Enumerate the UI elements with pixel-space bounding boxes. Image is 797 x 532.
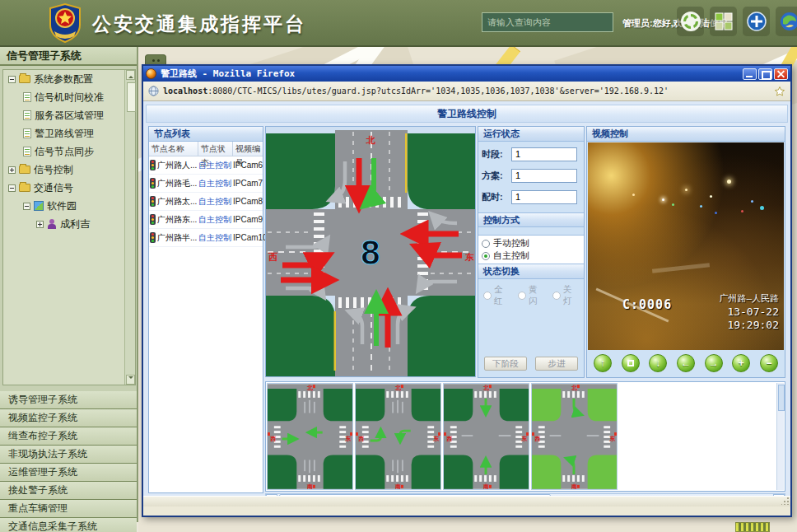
sidebar-item-traffic-info-collect[interactable]: 交通信息采集子系统 bbox=[0, 518, 137, 532]
table-row[interactable]: 广州路太... 自主控制 IPCam8 bbox=[149, 193, 263, 211]
collapse-icon[interactable] bbox=[8, 76, 16, 83]
expand-icon[interactable] bbox=[36, 221, 44, 228]
radio-icon[interactable] bbox=[483, 292, 492, 300]
tree-item-node-sync[interactable]: 信号节点同步 bbox=[3, 142, 135, 161]
pan-down-button[interactable]: ↓ bbox=[649, 354, 667, 372]
camera-id-overlay: C:0006 bbox=[622, 297, 672, 312]
map-tiles-icon[interactable] bbox=[710, 7, 737, 36]
radio-icon[interactable] bbox=[482, 240, 490, 248]
node-status-link[interactable]: 自主控制 bbox=[198, 214, 233, 226]
node-status-link[interactable]: 自主控制 bbox=[198, 160, 233, 171]
sidebar-item-ops-management[interactable]: 运维管理子系统 bbox=[0, 464, 137, 482]
sidebar-item-offsite-enforcement[interactable]: 非现场执法子系统 bbox=[0, 446, 137, 464]
maximize-button[interactable] bbox=[758, 68, 772, 80]
url-host: localhost bbox=[163, 86, 207, 96]
scroll-thumb[interactable] bbox=[127, 82, 136, 112]
tree-item-chengliji[interactable]: 成利吉 bbox=[3, 215, 135, 233]
pan-right-button[interactable]: → bbox=[705, 354, 723, 372]
resize-grip-icon[interactable] bbox=[781, 497, 789, 505]
next-stage-button[interactable]: 下阶段 bbox=[484, 357, 527, 371]
traffic-light-icon bbox=[150, 196, 156, 207]
crosswalk-marking bbox=[652, 263, 710, 273]
sidebar-item-guidance[interactable]: 诱导管理子系统 bbox=[0, 391, 137, 409]
collapse-icon[interactable] bbox=[23, 203, 30, 210]
zoom-in-button[interactable]: + bbox=[732, 354, 750, 372]
document-icon bbox=[23, 147, 31, 156]
app-title: 公安交通集成指挥平台 bbox=[92, 12, 306, 37]
sidebar-item-checkpoint[interactable]: 缉查布控子系统 bbox=[0, 427, 137, 446]
zoom-out-button[interactable]: − bbox=[760, 354, 778, 372]
phase-strip-vertical-scrollbar[interactable] bbox=[776, 383, 784, 490]
firefox-icon bbox=[146, 68, 156, 79]
node-list-panel: 节点列表 节点名称 节点状态 视频编号 广州路人... 自主控制 IPCam6 … bbox=[148, 126, 263, 493]
phase-thumbnail-3[interactable]: 北 西 东 南 bbox=[443, 383, 529, 490]
expand-icon[interactable] bbox=[8, 166, 16, 174]
radio-icon[interactable] bbox=[518, 292, 526, 300]
radio-manual-control[interactable]: 手动控制 bbox=[482, 237, 580, 250]
svg-text:东: 东 bbox=[608, 436, 615, 442]
phase-countdown: 8 bbox=[361, 233, 380, 272]
window-title: 警卫路线 - Mozilla Firefox bbox=[161, 68, 741, 80]
tree-item-server-region[interactable]: 服务器区域管理 bbox=[3, 106, 135, 124]
browser-window: 警卫路线 - Mozilla Firefox localhost:8080/CT… bbox=[142, 64, 792, 517]
phase-thumbnail-4-selected[interactable]: 北 西 东 南 bbox=[531, 383, 618, 490]
label-north: 北 bbox=[366, 135, 375, 145]
node-status-link[interactable]: 自主控制 bbox=[198, 196, 233, 208]
sidebar-item-key-vehicles[interactable]: 重点车辆管理 bbox=[0, 500, 137, 518]
tree-item-software-park[interactable]: 软件园 bbox=[3, 197, 135, 215]
tree-item-traffic-signal[interactable]: 交通信号 bbox=[3, 179, 135, 197]
phase-strip: 北 西 东 南 北 西 东 南 bbox=[265, 381, 785, 492]
plan-input[interactable] bbox=[511, 169, 577, 183]
collapse-icon[interactable] bbox=[8, 184, 16, 192]
close-button[interactable] bbox=[774, 68, 788, 80]
radio-yellow-flash[interactable]: 黄闪 bbox=[518, 284, 544, 307]
url-bar[interactable]: localhost:8080/CTC-MICS/libs/utes/guard.… bbox=[143, 82, 790, 101]
globe-icon[interactable] bbox=[776, 7, 797, 36]
state-switch-options: 全红 黄闪 关灯 bbox=[478, 279, 584, 307]
bookmark-star-icon[interactable] bbox=[774, 86, 785, 97]
radio-icon[interactable] bbox=[552, 292, 561, 300]
control-mode-header: 控制方式 bbox=[478, 212, 584, 227]
label-east: 东 bbox=[464, 252, 474, 262]
timing-input[interactable] bbox=[511, 190, 577, 204]
minimize-button[interactable] bbox=[743, 68, 757, 80]
run-status-header: 运行状态 bbox=[478, 127, 584, 142]
radio-all-red[interactable]: 全红 bbox=[483, 284, 510, 307]
svg-text:南: 南 bbox=[306, 483, 313, 490]
sidebar-item-alarm-dispatch[interactable]: 接处警子系统 bbox=[0, 482, 137, 500]
tree-scrollbar[interactable] bbox=[124, 70, 135, 385]
tree-item-guard-route[interactable]: 警卫路线管理 bbox=[3, 124, 135, 142]
table-row[interactable]: 广州路半... 自主控制 IPCam10 bbox=[149, 229, 263, 247]
step-button[interactable]: 步进 bbox=[535, 357, 578, 371]
document-icon bbox=[23, 92, 31, 102]
url-text[interactable]: localhost:8080/CTC-MICS/libs/utes/guard.… bbox=[163, 86, 770, 96]
folder-icon bbox=[19, 75, 30, 83]
period-input[interactable] bbox=[511, 147, 577, 161]
radio-lights-off[interactable]: 关灯 bbox=[552, 284, 579, 307]
table-row[interactable]: 广州路东... 自主控制 IPCam9 bbox=[149, 211, 263, 229]
sidebar-item-video-surveillance[interactable]: 视频监控子系统 bbox=[0, 409, 137, 427]
svg-text:南: 南 bbox=[571, 483, 577, 490]
table-row[interactable]: 广州路毛... 自主控制 IPCam7 bbox=[149, 175, 263, 193]
window-titlebar[interactable]: 警卫路线 - Mozilla Firefox bbox=[143, 66, 790, 82]
pan-up-button[interactable]: ↑ bbox=[594, 354, 612, 372]
scroll-down-icon[interactable] bbox=[126, 375, 135, 385]
table-row[interactable]: 广州路人... 自主控制 IPCam6 bbox=[149, 156, 263, 175]
stop-button[interactable] bbox=[622, 354, 640, 372]
pan-left-button[interactable]: ← bbox=[677, 354, 695, 372]
add-icon[interactable] bbox=[743, 7, 770, 36]
tree-item-system-params[interactable]: 系统参数配置 bbox=[3, 70, 135, 88]
refresh-icon[interactable] bbox=[677, 7, 704, 36]
node-list-column-headers: 节点名称 节点状态 视频编号 bbox=[149, 142, 263, 156]
tree-item-signal-control[interactable]: 信号控制 bbox=[3, 161, 135, 179]
screen: 公安交通集成指挥平台 管理员:您好,欢迎登陆使用 信号管理子系统 系统参数配置 … bbox=[0, 0, 797, 532]
scroll-up-icon[interactable] bbox=[126, 70, 135, 80]
radio-selected-icon[interactable] bbox=[482, 252, 490, 260]
phase-thumbnail-2[interactable]: 北 西 东 南 bbox=[355, 383, 441, 490]
search-input[interactable] bbox=[482, 12, 613, 32]
node-status-link[interactable]: 自主控制 bbox=[198, 178, 233, 189]
tree-item-clock-calibration[interactable]: 信号机时间校准 bbox=[3, 88, 135, 106]
radio-autonomous-control[interactable]: 自主控制 bbox=[482, 250, 580, 262]
phase-thumbnail-1[interactable]: 北 西 东 南 bbox=[267, 383, 353, 490]
node-status-link[interactable]: 自主控制 bbox=[198, 232, 233, 244]
